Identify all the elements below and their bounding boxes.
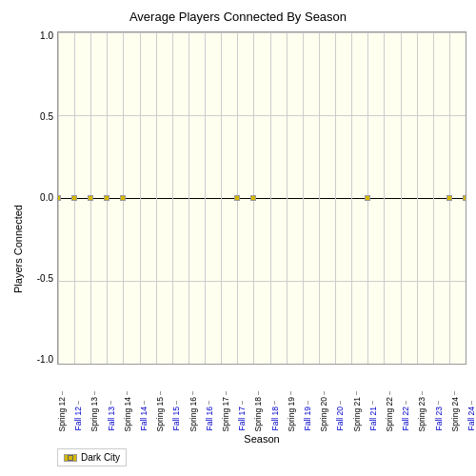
- grid-v-16: [319, 32, 320, 364]
- grid-v-25: [466, 32, 466, 364]
- grid-v-6: [156, 32, 157, 364]
- x-tick-13: Fall 18: [270, 401, 280, 431]
- x-tick-2: Spring 13: [89, 391, 99, 431]
- grid-v-5: [140, 32, 141, 364]
- x-tick-7: Fall 15: [171, 401, 181, 431]
- x-tick-16: Spring 20: [319, 391, 328, 431]
- data-point-3: [104, 195, 109, 201]
- y-ticks: 1.0 0.5 0.0 -0.5 -1.0: [29, 31, 57, 365]
- x-tick-24: Spring 24: [450, 391, 460, 431]
- legend-icon-inner: [68, 455, 73, 461]
- data-point-0: [57, 195, 61, 201]
- grid-v-8: [188, 32, 189, 364]
- x-tick-19: Fall 21: [368, 401, 378, 431]
- x-tick-0: Spring 12: [57, 391, 67, 431]
- plot-area-row: 1.0 0.5 0.0 -0.5 -1.0: [29, 31, 466, 365]
- chart-title: Average Players Connected By Season: [129, 10, 347, 24]
- grid-v-7: [172, 32, 173, 364]
- x-tick-25: Fall 24: [466, 401, 476, 431]
- data-point-1: [71, 195, 77, 201]
- legend-icon: [64, 454, 77, 462]
- y-tick-5: -1.0: [29, 355, 53, 365]
- x-tick-18: Spring 21: [352, 391, 362, 431]
- data-point-5: [234, 195, 240, 201]
- data-point-7: [365, 195, 370, 201]
- y-axis-label: Players Connected: [10, 31, 27, 466]
- x-tick-12: Spring 18: [253, 391, 263, 431]
- grid-v-20: [384, 32, 385, 364]
- data-point-9: [463, 195, 466, 201]
- y-tick-2: 0.5: [29, 112, 53, 122]
- y-tick-4: -0.5: [29, 274, 53, 284]
- grid-v-10: [221, 32, 222, 364]
- data-point-4: [120, 195, 126, 201]
- data-point-8: [446, 195, 452, 201]
- x-ticks: Spring 12Fall 12Spring 13Fall 13Spring 1…: [57, 365, 466, 431]
- plot-area: [57, 31, 466, 365]
- x-axis-label: Season: [57, 433, 466, 445]
- x-tick-22: Spring 23: [417, 391, 426, 431]
- x-tick-20: Spring 22: [385, 391, 394, 431]
- x-tick-6: Spring 15: [155, 391, 165, 431]
- legend-label: Dark City: [81, 452, 120, 463]
- x-tick-15: Fall 19: [303, 401, 312, 431]
- x-tick-14: Spring 19: [287, 391, 296, 431]
- grid-v-13: [270, 32, 271, 364]
- x-tick-17: Fall 20: [335, 401, 345, 431]
- grid-v-23: [433, 32, 434, 364]
- chart-body: Players Connected 1.0 0.5 0.0 -0.5 -1.0: [10, 31, 466, 466]
- x-tick-8: Spring 16: [188, 391, 198, 431]
- x-tick-4: Spring 14: [123, 391, 132, 431]
- x-tick-5: Fall 14: [139, 401, 149, 431]
- grid-v-9: [205, 32, 206, 364]
- y-tick-1: 1.0: [29, 31, 53, 41]
- x-tick-21: Fall 22: [401, 401, 410, 431]
- chart-with-axes: 1.0 0.5 0.0 -0.5 -1.0: [29, 31, 466, 466]
- x-tick-3: Fall 13: [107, 401, 116, 431]
- x-tick-10: Spring 17: [221, 391, 230, 431]
- grid-v-18: [351, 32, 352, 364]
- x-axis-container: Spring 12Fall 12Spring 13Fall 13Spring 1…: [57, 365, 466, 431]
- grid-v-21: [401, 32, 402, 364]
- data-point-2: [88, 195, 93, 201]
- grid-v-15: [303, 32, 304, 364]
- data-point-6: [250, 195, 256, 201]
- x-tick-9: Fall 16: [205, 401, 214, 431]
- y-tick-3: 0.0: [29, 193, 53, 203]
- x-tick-11: Fall 17: [237, 401, 247, 431]
- grid-v-22: [417, 32, 418, 364]
- grid-v-14: [287, 32, 288, 364]
- grid-v-17: [335, 32, 336, 364]
- legend-area: Dark City: [57, 448, 127, 466]
- x-tick-23: Fall 23: [434, 401, 444, 431]
- chart-container: Average Players Connected By Season Play…: [0, 0, 476, 476]
- x-tick-1: Fall 12: [73, 401, 83, 431]
